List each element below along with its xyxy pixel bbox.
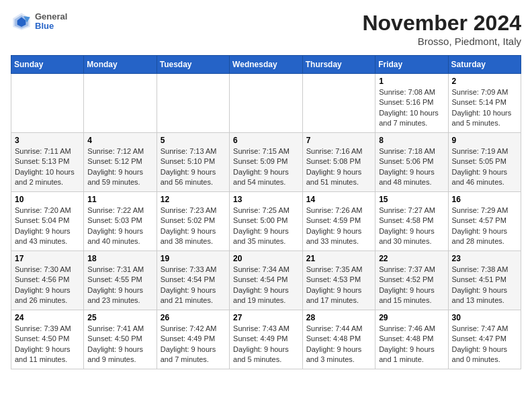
day-info: Sunrise: 7:27 AM Sunset: 4:58 PM Dayligh… [379,205,444,247]
day-cell: 10Sunrise: 7:20 AM Sunset: 5:04 PM Dayli… [11,192,84,251]
calendar-table: SundayMondayTuesdayWednesdayThursdayFrid… [11,55,521,369]
day-cell: 4Sunrise: 7:12 AM Sunset: 5:12 PM Daylig… [84,133,157,192]
day-number: 11 [87,195,152,204]
day-info: Sunrise: 7:26 AM Sunset: 4:59 PM Dayligh… [306,205,371,247]
day-number: 26 [161,313,226,322]
day-info: Sunrise: 7:29 AM Sunset: 4:57 PM Dayligh… [452,205,517,247]
weekday-header-friday: Friday [375,56,448,74]
day-number: 19 [161,254,226,263]
day-cell [84,74,157,133]
day-cell: 20Sunrise: 7:34 AM Sunset: 4:54 PM Dayli… [230,251,303,310]
day-number: 10 [15,195,80,204]
day-cell: 12Sunrise: 7:23 AM Sunset: 5:02 PM Dayli… [157,192,229,251]
day-number: 6 [233,136,299,145]
day-info: Sunrise: 7:16 AM Sunset: 5:08 PM Dayligh… [306,146,371,188]
location: Brosso, Piedmont, Italy [362,36,521,47]
day-number: 29 [379,313,444,322]
day-info: Sunrise: 7:19 AM Sunset: 5:05 PM Dayligh… [452,146,517,188]
day-cell: 5Sunrise: 7:13 AM Sunset: 5:10 PM Daylig… [157,133,229,192]
day-info: Sunrise: 7:13 AM Sunset: 5:10 PM Dayligh… [161,146,226,188]
day-cell: 23Sunrise: 7:38 AM Sunset: 4:51 PM Dayli… [448,251,521,310]
day-number: 14 [306,195,371,204]
week-row-1: 1Sunrise: 7:08 AM Sunset: 5:16 PM Daylig… [11,74,521,133]
day-info: Sunrise: 7:34 AM Sunset: 4:54 PM Dayligh… [233,265,299,306]
day-cell: 25Sunrise: 7:41 AM Sunset: 4:50 PM Dayli… [84,310,157,369]
day-info: Sunrise: 7:11 AM Sunset: 5:13 PM Dayligh… [15,146,80,188]
day-cell: 21Sunrise: 7:35 AM Sunset: 4:53 PM Dayli… [302,251,375,310]
day-info: Sunrise: 7:47 AM Sunset: 4:47 PM Dayligh… [452,324,517,365]
logo-general: General [35,12,67,21]
day-number: 21 [306,254,371,263]
weekday-header-thursday: Thursday [302,56,375,74]
day-number: 4 [87,136,152,145]
day-number: 9 [452,136,517,145]
day-number: 3 [15,136,80,145]
day-number: 7 [306,136,371,145]
day-cell: 3Sunrise: 7:11 AM Sunset: 5:13 PM Daylig… [11,133,84,192]
day-cell: 11Sunrise: 7:22 AM Sunset: 5:03 PM Dayli… [84,192,157,251]
logo-text: General Blue [35,12,67,32]
day-number: 20 [233,254,299,263]
week-row-3: 10Sunrise: 7:20 AM Sunset: 5:04 PM Dayli… [11,192,521,251]
day-number: 17 [15,254,80,263]
day-cell: 16Sunrise: 7:29 AM Sunset: 4:57 PM Dayli… [448,192,521,251]
day-number: 24 [15,313,80,322]
weekday-header-wednesday: Wednesday [230,56,303,74]
day-number: 27 [233,313,299,322]
day-cell: 22Sunrise: 7:37 AM Sunset: 4:52 PM Dayli… [375,251,448,310]
day-number: 28 [306,313,371,322]
day-cell: 18Sunrise: 7:31 AM Sunset: 4:55 PM Dayli… [84,251,157,310]
day-info: Sunrise: 7:25 AM Sunset: 5:00 PM Dayligh… [233,205,299,247]
weekday-header-saturday: Saturday [448,56,521,74]
week-row-5: 24Sunrise: 7:39 AM Sunset: 4:50 PM Dayli… [11,310,521,369]
day-cell [11,74,84,133]
day-number: 13 [233,195,299,204]
day-info: Sunrise: 7:37 AM Sunset: 4:52 PM Dayligh… [379,265,444,306]
day-cell: 6Sunrise: 7:15 AM Sunset: 5:09 PM Daylig… [230,133,303,192]
title-block: November 2024 Brosso, Piedmont, Italy [362,11,521,47]
day-number: 25 [87,313,152,322]
weekday-header-sunday: Sunday [11,56,84,74]
day-info: Sunrise: 7:46 AM Sunset: 4:48 PM Dayligh… [379,324,444,365]
weekday-header-tuesday: Tuesday [157,56,229,74]
page-header: General Blue November 2024 Brosso, Piedm… [11,11,521,47]
day-info: Sunrise: 7:39 AM Sunset: 4:50 PM Dayligh… [15,324,80,365]
weekday-header-monday: Monday [84,56,157,74]
day-info: Sunrise: 7:15 AM Sunset: 5:09 PM Dayligh… [233,146,299,188]
day-info: Sunrise: 7:20 AM Sunset: 5:04 PM Dayligh… [15,205,80,247]
day-info: Sunrise: 7:23 AM Sunset: 5:02 PM Dayligh… [161,205,226,247]
day-cell: 17Sunrise: 7:30 AM Sunset: 4:56 PM Dayli… [11,251,84,310]
day-cell: 14Sunrise: 7:26 AM Sunset: 4:59 PM Dayli… [302,192,375,251]
week-row-4: 17Sunrise: 7:30 AM Sunset: 4:56 PM Dayli… [11,251,521,310]
day-number: 12 [161,195,226,204]
day-info: Sunrise: 7:41 AM Sunset: 4:50 PM Dayligh… [87,324,152,365]
day-number: 1 [379,77,444,86]
day-info: Sunrise: 7:42 AM Sunset: 4:49 PM Dayligh… [161,324,226,365]
day-cell: 29Sunrise: 7:46 AM Sunset: 4:48 PM Dayli… [375,310,448,369]
day-info: Sunrise: 7:43 AM Sunset: 4:49 PM Dayligh… [233,324,299,365]
day-cell: 19Sunrise: 7:33 AM Sunset: 4:54 PM Dayli… [157,251,229,310]
day-number: 30 [452,313,517,322]
logo-blue: Blue [35,21,67,31]
day-cell: 7Sunrise: 7:16 AM Sunset: 5:08 PM Daylig… [302,133,375,192]
month-title: November 2024 [362,11,521,36]
day-number: 16 [452,195,517,204]
day-cell: 30Sunrise: 7:47 AM Sunset: 4:47 PM Dayli… [448,310,521,369]
day-cell: 13Sunrise: 7:25 AM Sunset: 5:00 PM Dayli… [230,192,303,251]
day-number: 18 [87,254,152,263]
day-info: Sunrise: 7:35 AM Sunset: 4:53 PM Dayligh… [306,265,371,306]
day-info: Sunrise: 7:30 AM Sunset: 4:56 PM Dayligh… [15,265,80,306]
day-info: Sunrise: 7:18 AM Sunset: 5:06 PM Dayligh… [379,146,444,188]
day-number: 23 [452,254,517,263]
day-number: 22 [379,254,444,263]
logo: General Blue [11,11,67,32]
day-cell: 2Sunrise: 7:09 AM Sunset: 5:14 PM Daylig… [448,74,521,133]
day-cell: 8Sunrise: 7:18 AM Sunset: 5:06 PM Daylig… [375,133,448,192]
day-info: Sunrise: 7:33 AM Sunset: 4:54 PM Dayligh… [161,265,226,306]
day-info: Sunrise: 7:38 AM Sunset: 4:51 PM Dayligh… [452,265,517,306]
day-number: 5 [161,136,226,145]
day-cell: 27Sunrise: 7:43 AM Sunset: 4:49 PM Dayli… [230,310,303,369]
day-cell: 28Sunrise: 7:44 AM Sunset: 4:48 PM Dayli… [302,310,375,369]
day-cell [230,74,303,133]
day-cell: 1Sunrise: 7:08 AM Sunset: 5:16 PM Daylig… [375,74,448,133]
